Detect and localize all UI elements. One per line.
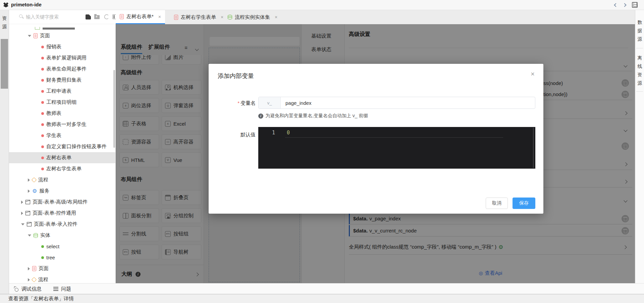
title-bar: primeton-ide [0,0,644,10]
new-folder-icon[interactable] [94,15,100,19]
list-icon [53,287,58,291]
tree-item[interactable]: 左树右学生表单 [9,163,115,174]
expand-arrow-icon[interactable] [28,234,31,236]
variable-name-value[interactable]: page_index [281,97,535,109]
tree-item-entity[interactable]: 实体 [9,230,115,241]
red-dot-icon [41,90,44,93]
rail-scroll-thumb[interactable] [1,39,8,89]
default-value-editor[interactable]: 1 0 [258,127,535,169]
close-icon[interactable]: × [531,71,535,77]
collapse-arrow-icon[interactable] [28,267,30,270]
rail-tab-resources-label: 资源 [0,14,9,31]
database-icon [228,15,232,19]
green-dot-icon [41,245,44,248]
tab-problems[interactable]: 问题 [53,284,71,294]
tree-item-selected[interactable]: 左树右表单 [9,152,115,163]
editor-scrollbar[interactable] [533,128,534,168]
cursor-line [285,137,503,138]
variable-name-hint: i 为避免和内置变量重名,变量名会自动加上 v_ 前缀 [258,113,368,119]
app-title: primeton-ide [11,2,42,7]
tree-item-process[interactable]: 流程 [9,174,115,185]
default-value-label: 默认值 [209,132,256,138]
page-icon [34,33,38,38]
tab-label: 左树右学生表单 [181,14,216,20]
tree-item[interactable]: 自定义窗口操作按钮及事件 [9,141,115,152]
collapse-arrow-icon[interactable] [28,278,30,282]
red-dot-icon [41,157,44,159]
collapse-arrow-icon[interactable] [28,189,30,193]
app-window: primeton-ide 资源 输入关键字搜索 左树右表单* 左树右学生表单 [0,0,644,303]
tab-left-tree-student-form[interactable]: 左树右学生表单 [170,10,227,24]
dialog-title: 添加内部变量 [218,72,254,80]
code-content[interactable]: 0 [287,129,290,137]
tree-item[interactable]: 教师表 [9,108,115,119]
tree-item-pages2[interactable]: 页面 [9,263,115,274]
search-input[interactable]: 输入关键字搜索 [26,14,59,20]
page-icon [120,14,124,19]
green-dot-icon [41,256,44,259]
tree-item[interactable]: 表单生命周起事件 [9,63,115,75]
tree-item-package[interactable]: 页面-表单-控件通用 [9,208,115,219]
collapse-arrow-icon[interactable] [28,178,30,182]
expand-arrow-icon[interactable] [28,35,31,37]
tree-item-process2[interactable]: 流程 [9,274,115,283]
refresh-icon[interactable] [104,14,109,19]
tree-item[interactable]: 表单扩展逻辑调用 [9,52,115,63]
save-icon[interactable] [632,2,638,8]
search-icon [19,14,22,18]
info-icon: i [258,114,263,119]
rail-tab-datasource[interactable]: 数据源 [635,18,644,43]
required-asterisk: * [237,100,239,106]
tree-item-services[interactable]: ⚙服务 [9,185,115,197]
nav-back-icon[interactable] [614,3,618,7]
tree-item-package[interactable]: 页面-表单-录入控件 [9,219,115,230]
page-icon [174,15,178,20]
tree-scrollbar[interactable] [113,70,115,148]
status-text: 查看资源「左树右表单」详情 [8,296,74,302]
tree-item-pages[interactable]: 页面 [9,30,115,41]
tab-process-instance-entity[interactable]: 流程实例实体集 [224,10,281,24]
tree-item[interactable]: 工程项目明细 [9,97,115,108]
package-icon [25,211,30,215]
tree-item[interactable]: 工程申请表 [9,86,115,97]
tree-item-clipped [9,24,115,30]
tab-debug-info[interactable]: 调试信息 [14,284,42,294]
save-button[interactable]: 保存 [513,198,535,209]
tree-item[interactable]: 报销表 [9,41,115,52]
package-icon [25,200,30,204]
variable-name-label: *变量名 [209,100,256,106]
tab-label: 左树右表单* [126,13,154,20]
collapse-arrow-icon[interactable] [21,212,23,215]
cancel-button[interactable]: 取消 [486,198,508,209]
add-internal-variable-dialog: 添加内部变量 × *变量名 v_ page_index i 为避免和内置变量重名… [209,64,543,214]
tree-item-package[interactable]: 页面-表单-高级/布局组件 [9,197,115,208]
red-dot-icon [41,123,44,126]
close-tab-icon[interactable] [275,14,277,20]
divider [636,91,643,92]
tree-item[interactable]: select [9,241,115,252]
tree-item[interactable]: 财务费用归集表 [9,75,115,86]
variable-prefix: v_ [259,97,281,109]
tab-left-tree-form[interactable]: 左树右表单* [116,10,165,24]
close-tab-icon[interactable] [158,14,161,19]
import-resource-icon[interactable] [86,14,91,19]
divider [636,48,643,48]
red-dot-icon [41,46,44,48]
close-tab-icon[interactable] [221,14,223,20]
debug-icon [14,287,19,292]
tab-label: 流程实例实体集 [235,14,270,20]
rail-tab-offline-resources[interactable]: 离线资源 [635,54,644,87]
right-rail: 数据源 离线资源 [635,10,644,283]
nav-forward-icon[interactable] [623,3,626,7]
tree-item[interactable]: 教师表一对多学生 [9,119,115,130]
flow-icon [32,277,37,283]
red-dot-icon [41,112,44,115]
red-dot-icon [41,134,44,137]
tree-item[interactable]: 学生表 [9,130,115,141]
variable-name-input[interactable]: v_ page_index [258,97,535,109]
expand-arrow-icon[interactable] [21,223,24,225]
page-icon [32,266,36,271]
collapse-arrow-icon[interactable] [21,201,23,204]
tree-item[interactable]: tree [9,252,115,263]
rail-tab-resources[interactable]: 资源 [0,14,9,31]
